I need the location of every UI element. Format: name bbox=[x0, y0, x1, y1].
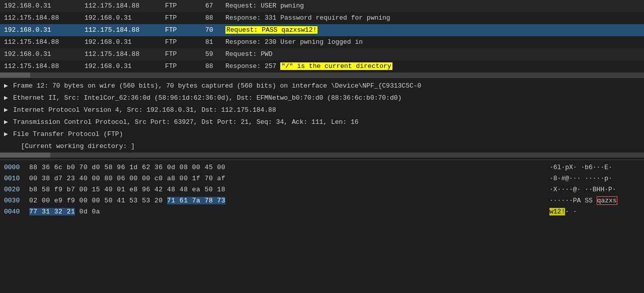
hex-offset: 0030 bbox=[4, 196, 29, 206]
length: 67 bbox=[205, 1, 225, 11]
protocol: FTP bbox=[165, 37, 205, 47]
protocol: FTP bbox=[165, 49, 205, 59]
hex-bytes: 77 31 32 21 0d 0a bbox=[29, 207, 539, 217]
expand-arrow[interactable]: ▶ bbox=[4, 93, 10, 103]
hex-row: 0040 77 31 32 21 0d 0a w12!· · bbox=[0, 206, 644, 217]
detail-row[interactable]: ▶ Internet Protocol Version 4, Src: 192.… bbox=[0, 104, 644, 116]
info: Request: PWD bbox=[225, 49, 640, 59]
hex-ascii: ·6l·pX· ·b6···E· bbox=[539, 163, 640, 173]
length: 59 bbox=[205, 49, 225, 59]
protocol: FTP bbox=[165, 25, 205, 35]
detail-row[interactable]: ▶ Ethernet II, Src: IntelCor_62:36:0d (5… bbox=[0, 92, 644, 104]
detail-text: Internet Protocol Version 4, Src: 192.16… bbox=[13, 105, 640, 115]
info: Request: PASS qazxsw12! bbox=[225, 25, 640, 35]
length: 88 bbox=[205, 61, 225, 71]
hex-section: 0000 88 36 6c b0 70 d0 58 96 1d 62 36 0d… bbox=[0, 160, 644, 219]
detail-text: File Transfer Protocol (FTP) bbox=[13, 129, 640, 139]
expand-arrow[interactable]: ▶ bbox=[4, 117, 10, 127]
hex-row: 0030 02 00 e9 f9 00 00 50 41 53 53 20 71… bbox=[0, 195, 644, 206]
dst-ip: 192.168.0.31 bbox=[85, 37, 165, 47]
expand-arrow bbox=[10, 141, 18, 152]
detail-row[interactable]: ▶ Transmission Control Protocol, Src Por… bbox=[0, 116, 644, 128]
table-row[interactable]: 192.168.0.31 112.175.184.88 FTP 70 Reque… bbox=[0, 24, 644, 36]
protocol: FTP bbox=[165, 61, 205, 71]
scrollbar-thumb[interactable] bbox=[0, 72, 30, 78]
protocol: FTP bbox=[165, 1, 205, 11]
table-row[interactable]: 112.175.184.88 192.168.0.31 FTP 88 Respo… bbox=[0, 60, 644, 72]
hex-bytes: 00 38 d7 23 40 00 80 06 00 00 c0 a8 00 1… bbox=[29, 174, 539, 184]
dst-ip: 192.168.0.31 bbox=[85, 13, 165, 23]
expand-arrow[interactable]: ▶ bbox=[4, 129, 10, 139]
src-ip: 112.175.184.88 bbox=[4, 13, 85, 23]
hex-bytes: b8 58 f9 b7 00 15 40 01 e8 96 42 48 48 e… bbox=[29, 185, 539, 195]
highlighted-text: "/" is the current directory bbox=[280, 62, 392, 70]
hex-ascii: ·8·#@··· ·····p· bbox=[539, 174, 640, 184]
hex-offset: 0010 bbox=[4, 174, 29, 184]
info: Response: 257 "/" is the current directo… bbox=[225, 61, 640, 71]
detail-row[interactable]: ▶ File Transfer Protocol (FTP) bbox=[0, 128, 644, 140]
dst-ip: 112.175.184.88 bbox=[85, 25, 165, 35]
info: Response: 230 User pwning logged in bbox=[225, 37, 640, 47]
src-ip: 112.175.184.88 bbox=[4, 37, 85, 47]
length: 81 bbox=[205, 37, 225, 47]
detail-row[interactable]: ▶ Frame 12: 70 bytes on wire (560 bits),… bbox=[0, 80, 644, 92]
length: 88 bbox=[205, 13, 225, 23]
hex-ascii: w12!· · bbox=[539, 207, 640, 217]
horizontal-scrollbar[interactable] bbox=[0, 72, 644, 78]
hex-offset: 0020 bbox=[4, 185, 29, 195]
packet-list: 192.168.0.31 112.175.184.88 FTP 67 Reque… bbox=[0, 0, 644, 78]
hex-bytes: 88 36 6c b0 70 d0 58 96 1d 62 36 0d 08 0… bbox=[29, 163, 539, 173]
detail-row: [Current working directory: ] bbox=[0, 140, 644, 153]
table-row[interactable]: 192.168.0.31 112.175.184.88 FTP 67 Reque… bbox=[0, 0, 644, 12]
table-row[interactable]: 112.175.184.88 192.168.0.31 FTP 88 Respo… bbox=[0, 12, 644, 24]
hex-offset: 0040 bbox=[4, 207, 29, 217]
dst-ip: 112.175.184.88 bbox=[85, 1, 165, 11]
src-ip: 192.168.0.31 bbox=[4, 49, 85, 59]
table-row[interactable]: 112.175.184.88 192.168.0.31 FTP 81 Respo… bbox=[0, 36, 644, 48]
expand-arrow[interactable]: ▶ bbox=[4, 81, 10, 91]
ascii-highlight-red: qazxs bbox=[597, 196, 617, 205]
scrollbar-thumb[interactable] bbox=[0, 153, 50, 158]
packet-detail: ▶ Frame 12: 70 bytes on wire (560 bits),… bbox=[0, 78, 644, 160]
detail-text: [Current working directory: ] bbox=[21, 141, 640, 152]
src-ip: 112.175.184.88 bbox=[4, 61, 85, 71]
detail-text: Frame 12: 70 bytes on wire (560 bits), 7… bbox=[13, 81, 640, 91]
hex-ascii: ······PA SS qazxs bbox=[539, 196, 640, 206]
expand-arrow[interactable]: ▶ bbox=[4, 105, 10, 115]
dst-ip: 112.175.184.88 bbox=[85, 49, 165, 59]
hex-highlight-blue: 77 31 32 21 bbox=[29, 208, 75, 215]
hex-offset: 0000 bbox=[4, 163, 29, 173]
hex-row: 0010 00 38 d7 23 40 00 80 06 00 00 c0 a8… bbox=[0, 173, 644, 184]
detail-scrollbar[interactable] bbox=[0, 153, 644, 158]
hex-ascii: ·X····@· ··BHH·P· bbox=[539, 185, 640, 195]
detail-text: Ethernet II, Src: IntelCor_62:36:0d (58:… bbox=[13, 93, 640, 103]
dst-ip: 192.168.0.31 bbox=[85, 61, 165, 71]
protocol: FTP bbox=[165, 13, 205, 23]
hex-highlight-blue: 71 61 7a 78 73 bbox=[167, 197, 225, 204]
detail-text: Transmission Control Protocol, Src Port:… bbox=[13, 117, 640, 127]
length: 70 bbox=[205, 25, 225, 35]
info: Response: 331 Password required for pwni… bbox=[225, 13, 640, 23]
highlighted-text: Request: PASS qazxsw12! bbox=[225, 26, 317, 34]
src-ip: 192.168.0.31 bbox=[4, 25, 85, 35]
hex-bytes: 02 00 e9 f9 00 00 50 41 53 53 20 71 61 7… bbox=[29, 196, 539, 206]
hex-row: 0020 b8 58 f9 b7 00 15 40 01 e8 96 42 48… bbox=[0, 184, 644, 195]
src-ip: 192.168.0.31 bbox=[4, 1, 85, 11]
ascii-highlight-yellow: w12! bbox=[549, 208, 565, 215]
info: Request: USER pwning bbox=[225, 1, 640, 11]
table-row[interactable]: 192.168.0.31 112.175.184.88 FTP 59 Reque… bbox=[0, 48, 644, 60]
hex-row: 0000 88 36 6c b0 70 d0 58 96 1d 62 36 0d… bbox=[0, 162, 644, 173]
